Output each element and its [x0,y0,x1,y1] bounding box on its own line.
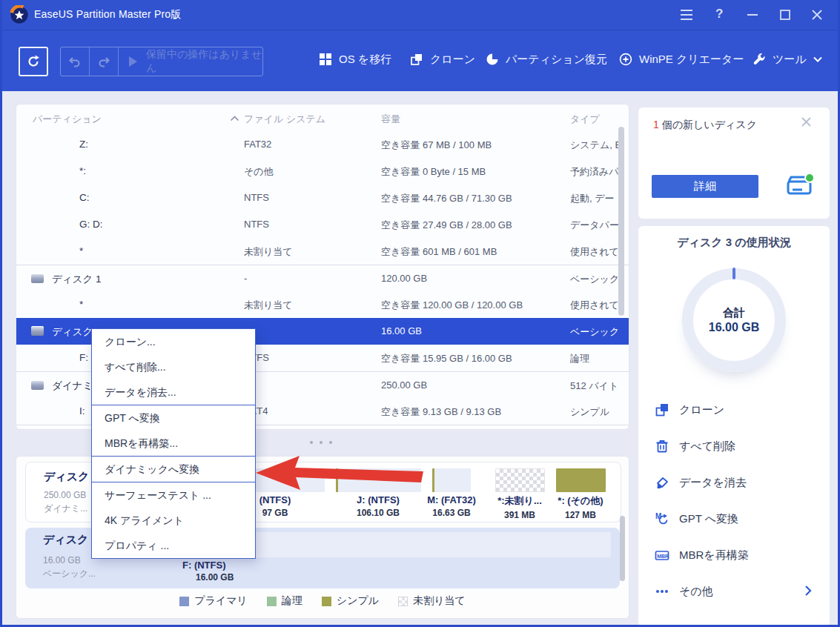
close-icon[interactable] [801,117,811,127]
legend-simple: シンプル [322,594,379,608]
wipe-data-icon [655,475,669,490]
help-icon[interactable]: ? [715,7,723,21]
new-disk-count: 1 [653,119,659,130]
clone-icon [410,53,423,66]
app-window: EaseUS Partition Master Pro版 ? [0,0,840,627]
partition-recovery-button[interactable]: パーティション復元 [486,51,607,67]
chevron-down-icon [813,56,822,62]
menu-item-wipe-data[interactable]: データを消去... [92,379,255,405]
partition-label-f: F: (NTFS) [182,560,225,571]
sidebar-action-rebuild-mbr[interactable]: MBR MBRを再構築 [655,546,749,564]
tools-button[interactable]: ツール [752,51,822,67]
disk3-size: 16.00 GB [43,555,81,565]
disk3-kind: ベーシック... [43,568,96,580]
disk-usage-card: ディスク 3 の使用状況 合計 16.00 GB クローン すべて削除 [638,226,830,626]
menu-item-clone[interactable]: クローン... [92,329,255,354]
tools-label: ツール [773,53,807,67]
delete-all-icon [655,439,669,454]
svg-text:MBR: MBR [657,554,669,559]
legend-primary: プライマリ [179,594,248,608]
legend-unallocated: 未割り当て [398,594,466,608]
disk2-kind: ダイナミ... [44,502,87,515]
legend-logical-swatch [267,597,277,606]
sort-asc-icon[interactable] [230,116,239,122]
usage-title: ディスク 3 の使用状況 [638,236,830,250]
panel-splitter-handle[interactable] [306,439,336,446]
col-header-filesystem[interactable]: ファイル システム [244,113,325,126]
disk2-size: 250.00 GB [44,490,86,500]
clone-label: クローン [430,53,475,67]
partition-block-other[interactable] [556,468,606,492]
red-pointer-arrow [253,449,427,494]
play-icon [129,56,137,67]
migrate-os-button[interactable]: OS を移行 [319,51,391,67]
col-header-capacity[interactable]: 容量 [381,113,400,126]
chevron-right-icon[interactable] [804,585,812,597]
ellipsis-icon [655,584,669,599]
sidebar-action-delete-all[interactable]: すべて削除 [655,437,735,455]
minimize-icon[interactable] [747,14,758,16]
menu-item-convert-dynamic[interactable]: ダイナミックへ変換 [92,456,255,482]
sidebar-action-convert-gpt[interactable]: M GPT へ変換 [655,510,738,528]
rebuild-mbr-icon: MBR [655,548,669,563]
table-row-star1[interactable]: *: その他 空き容量 0 Byte / 15 MB 予約済みパ [16,158,629,185]
table-row-star2[interactable]: * 未割り当て 空き容量 601 MB / 601 MB 使用されて [16,238,629,265]
title-bar: EaseUS Partition Master Pro版 ? [0,0,840,30]
table-row-c[interactable]: C: NTFS 空き容量 44.76 GB / 71.30 GB 起動, デー [16,185,629,211]
clone-button[interactable]: クローン [410,51,475,67]
winpe-creator-button[interactable]: WinPE クリエーター [619,51,744,67]
sidebar-action-more[interactable]: その他 [655,583,713,600]
usage-total-value: 16.00 GB [638,321,830,334]
new-disk-message: 1 個の新しいディスク [653,119,757,132]
svg-text:M: M [655,512,661,520]
redo-button[interactable] [90,47,119,76]
refresh-icon [27,55,40,68]
wrench-icon [752,53,766,67]
pending-operations[interactable]: 保留中の操作はありません [119,48,262,75]
easeus-logo [10,5,29,24]
context-menu: クローン... すべて削除... データを消去... GPT へ変換 MBRを再… [91,328,256,559]
disk-icon [31,273,44,283]
menu-item-properties[interactable]: プロパティ ... [92,533,255,558]
partition-block-unallocated[interactable] [495,468,545,492]
menu-item-delete-all[interactable]: すべて削除... [92,354,255,379]
col-header-type[interactable]: タイプ [570,113,600,126]
col-header-partition[interactable]: パーティション [33,113,102,126]
plus-circle-icon [619,53,632,66]
partition-recovery-label: パーティション復元 [506,53,607,67]
history-group: 保留中の操作はありません [60,47,263,76]
menu-item-4k-alignment[interactable]: 4K アライメント [92,508,255,533]
legend-unallocated-swatch [398,597,408,606]
table-row-disk1[interactable]: ディスク 1 - 120.00 GB ベーシック [16,265,629,292]
close-icon[interactable] [812,10,822,20]
disk-icon [31,380,44,390]
pie-icon [486,53,499,66]
legend: プライマリ 論理 シンプル 未割り当て [16,594,629,608]
disk2-name: ディスク 2 [44,470,99,484]
maximize-icon[interactable] [780,10,790,20]
detail-button[interactable]: 詳細 [652,175,758,198]
table-scrollbar[interactable] [618,127,624,316]
legend-logical: 論理 [267,594,302,608]
undo-button[interactable] [61,47,90,76]
redo-icon [97,55,110,68]
legend-simple-swatch [322,597,331,606]
migrate-os-label: OS を移行 [339,53,391,67]
sidebar-action-clone[interactable]: クローン [655,401,724,419]
table-row-star3[interactable]: * 未割り当て 空き容量 120.00 GB / 120.00 GB 使用されて [16,291,629,318]
table-row-gd[interactable]: G: D: NTFS 空き容量 27.49 GB / 28.00 GB データパ… [16,211,629,238]
menu-item-convert-gpt[interactable]: GPT へ変換 [92,405,255,431]
disk-map-scrollbar[interactable] [620,516,625,581]
menu-icon[interactable] [681,10,694,20]
sidebar-action-wipe-data[interactable]: データを消去 [655,474,747,491]
menu-item-rebuild-mbr[interactable]: MBRを再構築... [92,431,255,456]
new-disk-card: 1 個の新しいディスク 詳細 [638,107,830,219]
menu-item-surface-test[interactable]: サーフェーステスト ... [92,482,255,508]
table-row-z[interactable]: Z: FAT32 空き容量 67 MB / 100 MB システム, E [16,131,629,158]
pending-operations-label: 保留中の操作はありません [146,48,262,75]
disk3-name: ディスク 3 [43,533,98,547]
window-title: EaseUS Partition Master Pro版 [34,8,182,21]
refresh-button[interactable] [19,47,48,76]
partition-block-m[interactable] [432,468,471,492]
usage-donut-tick [732,268,735,279]
